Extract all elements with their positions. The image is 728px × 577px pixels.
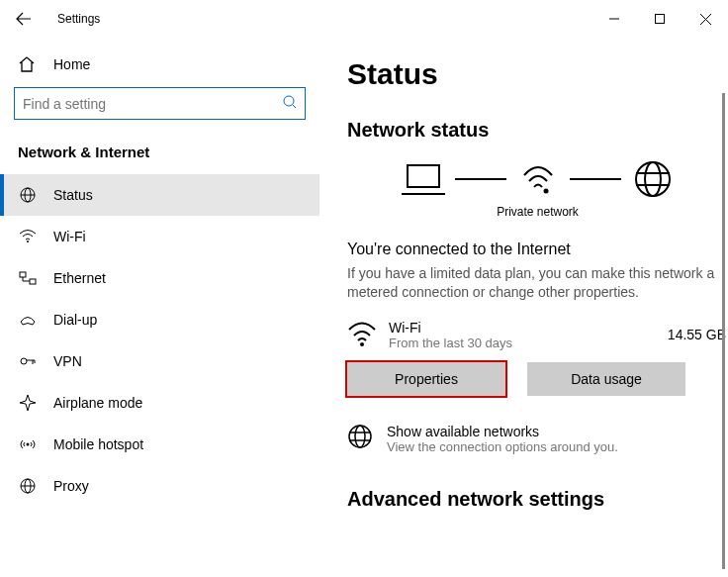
svg-point-19 [543, 189, 548, 194]
sidebar-item-ethernet[interactable]: Ethernet [0, 257, 319, 299]
search-field[interactable] [23, 96, 283, 112]
properties-button[interactable]: Properties [347, 362, 505, 396]
svg-rect-1 [656, 15, 665, 24]
usage-period: From the last 30 days [389, 336, 512, 350]
svg-point-20 [636, 162, 670, 196]
connection-status: You're connected to the Internet [347, 240, 728, 258]
available-subtitle: View the connection options around you. [387, 439, 618, 454]
status-icon [18, 186, 38, 204]
globe-icon [347, 424, 373, 449]
svg-line-5 [293, 105, 296, 108]
arrow-left-icon [16, 11, 32, 27]
sidebar-item-dialup[interactable]: Dial-up [0, 299, 319, 340]
svg-point-26 [355, 426, 365, 447]
network-name: Wi-Fi [389, 320, 512, 336]
home-icon [18, 55, 36, 73]
home-label: Home [53, 56, 90, 72]
titlebar: Settings [0, 0, 728, 38]
nav-label: Wi-Fi [53, 229, 86, 244]
nav-label: Status [53, 187, 93, 203]
svg-point-25 [349, 426, 371, 447]
connection-description: If you have a limited data plan, you can… [347, 264, 728, 302]
section-heading: Network status [347, 119, 728, 142]
search-input[interactable] [14, 87, 306, 120]
advanced-heading: Advanced network settings [347, 488, 728, 511]
wifi-icon [18, 230, 38, 243]
airplane-icon [18, 394, 38, 412]
sidebar-item-proxy[interactable]: Proxy [0, 465, 319, 507]
svg-point-21 [645, 162, 661, 196]
minimize-button[interactable] [592, 0, 637, 38]
dialup-icon [18, 313, 38, 327]
available-title: Show available networks [387, 424, 618, 439]
svg-point-12 [21, 358, 27, 364]
diagram-line [455, 178, 506, 180]
sidebar-item-vpn[interactable]: VPN [0, 340, 319, 382]
window-controls [592, 0, 728, 38]
page-title: Status [347, 57, 728, 91]
window-title: Settings [57, 12, 100, 26]
ethernet-icon [18, 271, 38, 285]
globe-icon [621, 159, 684, 199]
wifi-usage-row: Wi-Fi From the last 30 days 14.55 GB [347, 320, 728, 350]
section-title: Network & Internet [0, 120, 319, 174]
nav-label: VPN [53, 353, 82, 369]
data-usage-button[interactable]: Data usage [527, 362, 685, 396]
back-button[interactable] [16, 11, 40, 27]
search-icon [283, 95, 297, 113]
device-icon [392, 161, 455, 197]
svg-point-9 [27, 240, 29, 242]
svg-rect-17 [408, 165, 439, 187]
sidebar-item-airplane[interactable]: Airplane mode [0, 382, 319, 424]
hotspot-icon [18, 437, 38, 451]
vpn-icon [18, 354, 38, 368]
network-diagram [347, 159, 728, 199]
svg-point-4 [284, 96, 294, 106]
sidebar-item-status[interactable]: Status [0, 174, 319, 216]
svg-point-13 [27, 443, 30, 446]
sidebar-item-wifi[interactable]: Wi-Fi [0, 216, 319, 257]
maximize-button[interactable] [637, 0, 682, 38]
wifi-signal-icon [506, 161, 570, 197]
button-row: Properties Data usage [347, 362, 728, 396]
wifi-icon [347, 322, 377, 347]
maximize-icon [655, 14, 665, 24]
close-button[interactable] [682, 0, 728, 38]
svg-rect-11 [30, 279, 36, 284]
data-used: 14.55 GB [668, 327, 726, 342]
nav-label: Airplane mode [53, 395, 142, 411]
nav-label: Dial-up [53, 312, 97, 328]
svg-point-24 [360, 342, 364, 346]
content: Status Network status Private network Yo… [319, 38, 728, 577]
diagram-line [570, 178, 621, 180]
sidebar: Home Network & Internet Status Wi-Fi Eth… [0, 38, 319, 577]
show-networks-link[interactable]: Show available networks View the connect… [347, 424, 728, 454]
sidebar-item-home[interactable]: Home [0, 55, 319, 73]
proxy-icon [18, 477, 38, 495]
network-type-label: Private network [347, 205, 728, 219]
nav-label: Ethernet [53, 270, 106, 286]
scrollbar[interactable] [722, 93, 725, 569]
sidebar-item-hotspot[interactable]: Mobile hotspot [0, 424, 319, 465]
close-icon [700, 14, 711, 25]
nav-label: Mobile hotspot [53, 436, 143, 452]
nav-label: Proxy [53, 478, 89, 494]
svg-rect-10 [20, 272, 26, 277]
minimize-icon [609, 14, 619, 24]
